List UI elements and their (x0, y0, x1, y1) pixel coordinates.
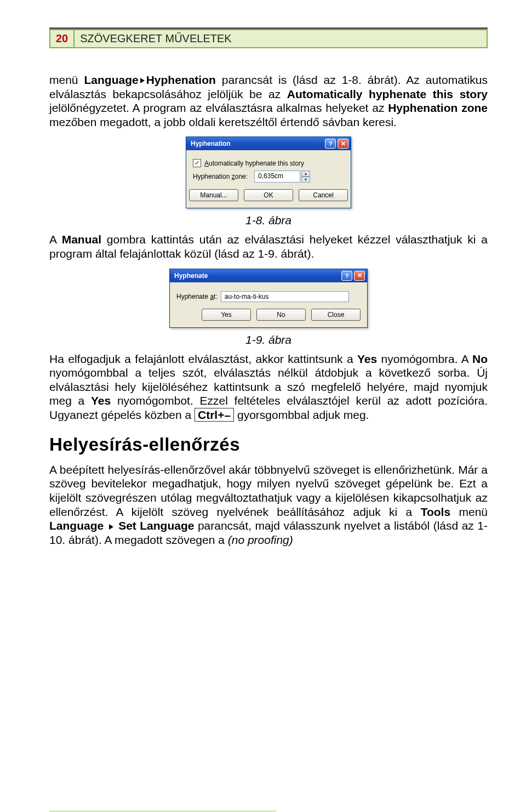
close-button[interactable]: Close (311, 309, 361, 321)
dialog-title: Hyphenation (191, 140, 231, 147)
auto-hyphenate-checkbox[interactable]: ✓ (193, 159, 201, 167)
hyphenation-dialog: Hyphenation ? ✕ ✓ Automatically hyphenat… (186, 137, 351, 208)
heading-spellcheck: Helyesírás-ellenőrzés (49, 434, 488, 455)
paragraph-4: A beépített helyesírás-ellenőrzővel akár… (49, 463, 488, 547)
figure-caption-1: 1-8. ábra (49, 214, 488, 227)
hyphenation-zone-label: Hyphenation zone: (193, 173, 248, 180)
triangle-icon (140, 78, 145, 83)
page-title: SZÖVEGKERET MŰVELETEK (75, 29, 488, 48)
ok-button[interactable]: OK (244, 189, 293, 201)
help-icon[interactable]: ? (341, 271, 352, 281)
dialog-titlebar[interactable]: Hyphenate ? ✕ (170, 269, 367, 282)
figure-caption-2: 1-9. ábra (49, 333, 488, 347)
spinner-down-icon[interactable]: ▼ (301, 177, 310, 183)
manual-button[interactable]: Manual... (189, 189, 238, 201)
triangle-icon (109, 524, 113, 530)
paragraph-3: Ha elfogadjuk a felajánlott elválasztást… (49, 352, 488, 422)
no-button[interactable]: No (256, 309, 306, 321)
page-header: 20 SZÖVEGKERET MŰVELETEK (49, 27, 488, 48)
hyphenate-at-label: Hyphenate at: (176, 293, 218, 300)
help-icon[interactable]: ? (325, 139, 336, 149)
auto-hyphenate-label: Automatically hyphenate this story (204, 160, 304, 167)
page-number: 20 (49, 29, 75, 48)
paragraph-2: A Manual gombra kattintás után az elvála… (49, 232, 488, 260)
close-icon[interactable]: ✕ (354, 271, 365, 281)
hyphenate-at-input[interactable]: au-to-ma-ti-kus (221, 291, 349, 302)
hyphenation-zone-input[interactable]: 0,635cm (254, 171, 300, 183)
dialog-titlebar[interactable]: Hyphenation ? ✕ (186, 137, 351, 150)
dialog-title: Hyphenate (174, 272, 208, 280)
spinner-up-icon[interactable]: ▲ (301, 171, 310, 177)
cancel-button[interactable]: Cancel (299, 189, 348, 201)
hyphenate-dialog: Hyphenate ? ✕ Hyphenate at: au-to-ma-ti-… (169, 269, 368, 328)
keyboard-shortcut: Ctrl+– (195, 408, 234, 422)
close-icon[interactable]: ✕ (338, 139, 348, 149)
yes-button[interactable]: Yes (202, 309, 251, 321)
paragraph-1: menü LanguageHyphenation parancsát is (l… (49, 73, 488, 129)
